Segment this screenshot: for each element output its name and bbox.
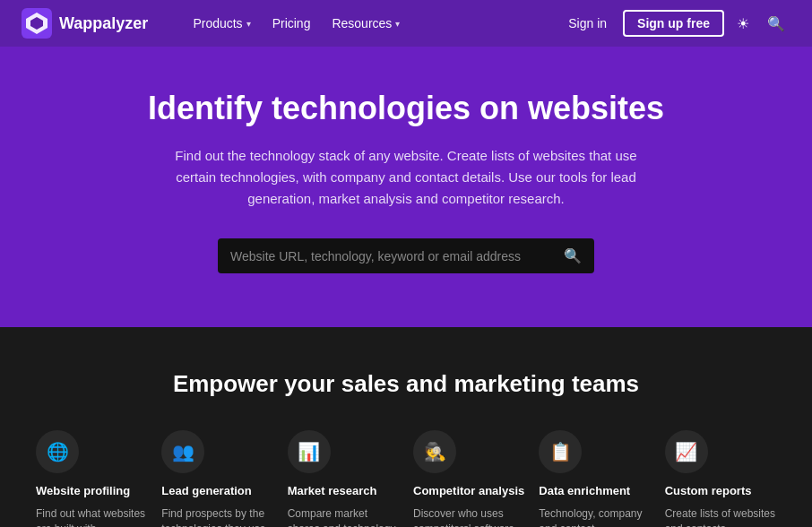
nav-links: Products ▾ Pricing Resources ▾ [184, 11, 538, 36]
nav-resources[interactable]: Resources ▾ [323, 11, 409, 36]
feature-desc-lead-generation: Find prospects by the technologies they … [161, 506, 272, 527]
navbar: Wappalyzer Products ▾ Pricing Resources … [0, 0, 812, 47]
signin-link[interactable]: Sign in [559, 11, 616, 36]
feature-title-website-profiling: Website profiling [36, 484, 130, 499]
feature-icon-lead-generation: 👥 [161, 430, 204, 473]
feature-item-custom-reports[interactable]: 📈 Custom reports Create lists of website… [665, 430, 776, 527]
nav-right: Sign in Sign up free ☀ 🔍 [559, 10, 790, 38]
search-input[interactable] [230, 249, 564, 264]
feature-title-market-research: Market research [288, 484, 377, 499]
features-grid: 🌐 Website profiling Find out what websit… [36, 430, 776, 527]
search-nav-icon: 🔍 [767, 16, 785, 31]
search-submit-icon: 🔍 [564, 248, 582, 264]
theme-toggle-button[interactable]: ☀ [731, 10, 755, 38]
feature-desc-website-profiling: Find out what websites are built with. [36, 506, 147, 527]
feature-desc-competitor-analysis: Discover who uses competitors' software. [413, 506, 524, 527]
features-section: Empower your sales and marketing teams 🌐… [0, 327, 812, 527]
hero-title: Identify technologies on websites [72, 90, 740, 127]
resources-chevron-icon: ▾ [395, 19, 400, 29]
feature-icon-market-research: 📊 [288, 430, 331, 473]
feature-item-market-research[interactable]: 📊 Market research Compare market shares … [288, 430, 399, 527]
logo[interactable]: Wappalyzer [22, 8, 148, 39]
search-button[interactable]: 🔍 [762, 10, 790, 38]
feature-title-custom-reports: Custom reports [665, 484, 752, 499]
feature-icon-website-profiling: 🌐 [36, 430, 79, 473]
feature-desc-data-enrichment: Technology, company and contact informat… [539, 506, 650, 527]
signup-button[interactable]: Sign up free [623, 10, 724, 37]
products-label: Products [193, 16, 242, 30]
products-chevron-icon: ▾ [246, 19, 251, 29]
hero-section: Identify technologies on websites Find o… [0, 47, 812, 327]
feature-title-lead-generation: Lead generation [161, 484, 251, 499]
brand-name: Wappalyzer [59, 14, 148, 33]
hero-subtitle: Find out the technology stack of any web… [155, 145, 657, 210]
theme-icon: ☀ [737, 16, 749, 31]
feature-title-competitor-analysis: Competitor analysis [413, 484, 524, 499]
resources-label: Resources [332, 16, 392, 30]
feature-item-data-enrichment[interactable]: 📋 Data enrichment Technology, company an… [539, 430, 650, 527]
features-title: Empower your sales and marketing teams [36, 370, 776, 398]
logo-icon [22, 8, 52, 39]
feature-icon-competitor-analysis: 🕵️ [413, 430, 456, 473]
search-submit-button[interactable]: 🔍 [564, 247, 582, 264]
feature-icon-data-enrichment: 📋 [539, 430, 582, 473]
feature-desc-market-research: Compare market shares and technology tre… [288, 506, 399, 527]
nav-pricing[interactable]: Pricing [263, 11, 320, 36]
feature-desc-custom-reports: Create lists of websites and contacts. [665, 506, 776, 527]
feature-item-competitor-analysis[interactable]: 🕵️ Competitor analysis Discover who uses… [413, 430, 524, 527]
feature-title-data-enrichment: Data enrichment [539, 484, 630, 499]
nav-products[interactable]: Products ▾ [184, 11, 259, 36]
search-bar: 🔍 [218, 238, 594, 273]
pricing-label: Pricing [272, 16, 311, 30]
feature-icon-custom-reports: 📈 [665, 430, 708, 473]
feature-item-lead-generation[interactable]: 👥 Lead generation Find prospects by the … [161, 430, 272, 527]
feature-item-website-profiling[interactable]: 🌐 Website profiling Find out what websit… [36, 430, 147, 527]
